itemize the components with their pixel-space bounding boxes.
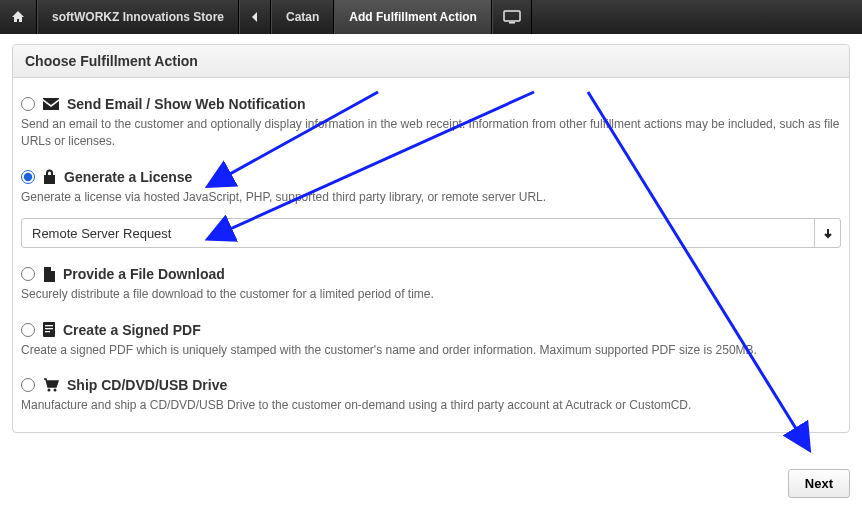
fulfillment-panel: Choose Fulfillment Action Send Email / S… (12, 44, 850, 433)
option-title: Create a Signed PDF (63, 322, 201, 338)
crumb-add-action[interactable]: Add Fulfillment Action (334, 0, 492, 34)
option-desc: Send an email to the customer and option… (21, 116, 841, 151)
chevron-down-icon (822, 227, 834, 239)
radio-ship[interactable] (21, 378, 35, 392)
store-crumb[interactable]: softWORKZ Innovations Store (37, 0, 239, 34)
option-pdf: Create a Signed PDF Create a signed PDF … (21, 322, 841, 359)
document-icon (43, 322, 55, 337)
chevron-left-icon (250, 11, 260, 23)
crumb2-label: Add Fulfillment Action (349, 10, 477, 24)
lock-icon (43, 169, 56, 184)
option-title: Generate a License (64, 169, 192, 185)
option-desc: Manufacture and ship a CD/DVD/USB Drive … (21, 397, 841, 414)
option-desc: Create a signed PDF which is uniquely st… (21, 342, 841, 359)
option-title: Ship CD/DVD/USB Drive (67, 377, 227, 393)
store-label: softWORKZ Innovations Store (52, 10, 224, 24)
radio-pdf[interactable] (21, 323, 35, 337)
monitor-icon (503, 10, 521, 24)
option-license: Generate a License Generate a license vi… (21, 169, 841, 248)
option-title: Provide a File Download (63, 266, 225, 282)
next-button[interactable]: Next (788, 469, 850, 498)
option-email: Send Email / Show Web Notification Send … (21, 96, 841, 151)
back-button[interactable] (239, 0, 271, 34)
option-ship: Ship CD/DVD/USB Drive Manufacture and sh… (21, 377, 841, 414)
svg-point-6 (48, 388, 51, 391)
svg-rect-2 (43, 322, 55, 337)
svg-rect-1 (509, 22, 515, 24)
svg-rect-3 (45, 325, 53, 326)
cart-icon (43, 378, 59, 392)
radio-license[interactable] (21, 170, 35, 184)
option-file: Provide a File Download Securely distrib… (21, 266, 841, 303)
home-icon (10, 9, 26, 25)
radio-email[interactable] (21, 97, 35, 111)
svg-rect-0 (504, 11, 520, 21)
radio-file[interactable] (21, 267, 35, 281)
option-desc: Generate a license via hosted JavaScript… (21, 189, 841, 206)
license-type-dropdown[interactable]: Remote Server Request (21, 218, 841, 248)
svg-rect-5 (45, 331, 50, 332)
dropdown-selected: Remote Server Request (32, 226, 171, 241)
crumb-catan[interactable]: Catan (271, 0, 334, 34)
crumb1-label: Catan (286, 10, 319, 24)
svg-rect-4 (45, 328, 53, 329)
svg-point-7 (54, 388, 57, 391)
option-desc: Securely distribute a file download to t… (21, 286, 841, 303)
dropdown-arrow (814, 219, 840, 247)
home-button[interactable] (0, 0, 37, 34)
preview-button[interactable] (492, 0, 532, 34)
top-nav-bar: softWORKZ Innovations Store Catan Add Fu… (0, 0, 862, 34)
envelope-icon (43, 98, 59, 110)
panel-title: Choose Fulfillment Action (13, 45, 849, 78)
file-icon (43, 267, 55, 282)
option-title: Send Email / Show Web Notification (67, 96, 306, 112)
